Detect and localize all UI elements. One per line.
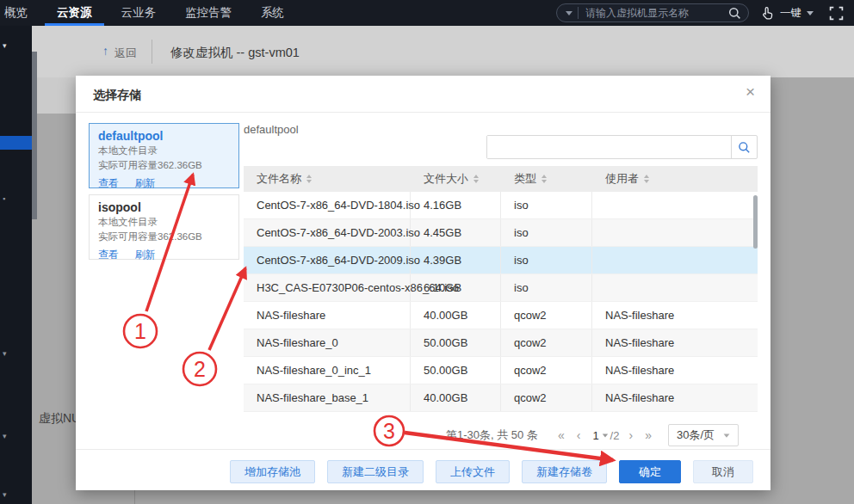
search-icon[interactable] [728, 7, 741, 20]
sidebar-glyph[interactable]: ▪ [3, 194, 5, 203]
new-subdirectory-button[interactable]: 新建二级目录 [327, 460, 424, 483]
sidebar-active-item[interactable] [0, 136, 32, 150]
cancel-button[interactable]: 取消 [693, 460, 753, 483]
vm-search-input[interactable] [585, 7, 728, 19]
table-header: 文件名称 文件大小 类型 使用者 [244, 166, 758, 192]
table-body: CentOS-7-x86_64-DVD-1804.iso 4.16GB iso … [244, 192, 758, 412]
pool-view-link[interactable]: 查看 [98, 177, 119, 189]
pagination-summary: 第1-30条, 共 50 条 [446, 427, 538, 443]
file-search-box [486, 135, 758, 159]
pool-name: isopool [98, 200, 230, 214]
pool-card-isopool[interactable]: isopool 本地文件目录 实际可用容量362.36GB 查看 刷新 [89, 194, 239, 260]
table-row[interactable]: H3C_CAS-E0730P06-centos-x86_64.iso 6.10G… [244, 274, 758, 302]
dialog-title: 选择存储 [93, 88, 141, 103]
first-page-button[interactable]: « [558, 428, 565, 442]
chevron-down-icon[interactable]: ▾ [3, 349, 7, 358]
chevron-down-icon[interactable] [566, 11, 572, 15]
back-button[interactable]: 返回 [114, 46, 137, 61]
column-header-filesize[interactable]: 文件大小 [411, 166, 501, 192]
pool-capacity: 实际可用容量362.36GB [98, 159, 230, 172]
next-page-button[interactable]: › [628, 428, 633, 442]
sort-icon[interactable] [541, 175, 547, 183]
confirm-button[interactable]: 确定 [619, 460, 681, 483]
chevron-down-icon[interactable]: ▾ [3, 41, 7, 50]
left-sidebar: ▾ ▪ ▾ ▾ ▾ [0, 26, 32, 504]
chevron-down-icon[interactable]: ▾ [3, 432, 7, 440]
pool-refresh-link[interactable]: 刷新 [134, 177, 155, 189]
file-search-input[interactable] [487, 136, 731, 158]
table-row[interactable]: CentOS-7-x86_64-DVD-2003.iso 4.45GB iso [244, 219, 758, 247]
background-form-label: 虚拟NU [39, 411, 77, 427]
background-panel [32, 77, 76, 114]
vm-search-box[interactable] [556, 3, 749, 22]
table-row[interactable]: NAS-fileshare_base_1 40.00GB qcow2 NAS-f… [244, 384, 758, 412]
prev-page-button[interactable]: ‹ [577, 428, 581, 442]
nav-item-overview[interactable]: 概览 [4, 0, 28, 26]
column-header-type[interactable]: 类型 [501, 166, 592, 192]
chevron-down-icon [602, 433, 607, 437]
current-pool-label: defaultpool [244, 123, 299, 136]
nav-item-monitor-alarm[interactable]: 监控告警 [185, 0, 232, 26]
table-row[interactable]: NAS-fileshare 40.00GB qcow2 NAS-fileshar… [244, 302, 758, 329]
table-row-selected[interactable]: CentOS-7-x86_64-DVD-2009.iso 4.39GB iso [244, 247, 758, 274]
one-key-label: 一键 [780, 6, 801, 21]
pool-capacity: 实际可用容量362.36GB [98, 230, 230, 243]
pool-view-link[interactable]: 查看 [98, 249, 119, 261]
chevron-down-icon[interactable]: ▾ [3, 490, 7, 499]
scrollbar-thumb[interactable] [32, 52, 37, 219]
column-header-user[interactable]: 使用者 [592, 166, 758, 192]
search-icon [738, 141, 751, 154]
pool-type: 本地文件目录 [98, 216, 230, 229]
sort-icon[interactable] [473, 175, 479, 183]
storage-pool-list: defaultpool 本地文件目录 实际可用容量362.36GB 查看 刷新 … [89, 123, 239, 266]
nav-item-system[interactable]: 系统 [261, 0, 284, 26]
one-key-menu[interactable]: 一键 [761, 6, 814, 21]
close-icon[interactable]: × [746, 83, 755, 101]
pool-card-defaultpool[interactable]: defaultpool 本地文件目录 实际可用容量362.36GB 查看 刷新 [89, 123, 239, 188]
back-arrow-icon: ↑ [102, 44, 108, 58]
divider [152, 40, 152, 64]
top-nav: 概览 云资源 云业务 监控告警 系统 一键 [0, 0, 854, 26]
sort-icon[interactable] [644, 175, 649, 183]
page-title: 修改虚拟机 -- gst-vm01 [170, 45, 300, 61]
pool-type: 本地文件目录 [98, 144, 230, 157]
last-page-button[interactable]: » [645, 428, 652, 442]
nav-right-tools: 一键 [556, 0, 854, 26]
new-storage-volume-button[interactable]: 新建存储卷 [522, 460, 607, 483]
page-toolbar: ↑ 返回 修改虚拟机 -- gst-vm01 [32, 26, 854, 77]
dialog-footer: 增加存储池 新建二级目录 上传文件 新建存储卷 确定 取消 [76, 460, 753, 483]
file-search-button[interactable] [731, 136, 757, 158]
scrollbar-thumb[interactable] [753, 195, 758, 249]
page-size-select[interactable]: 30条/页 [668, 424, 739, 446]
total-pages-label: /2 [610, 429, 620, 442]
column-header-filename[interactable]: 文件名称 [244, 166, 411, 192]
chevron-down-icon [807, 11, 814, 15]
current-page-select[interactable]: 1 [592, 429, 608, 442]
divider [76, 449, 770, 450]
select-storage-dialog: 选择存储 × defaultpool 本地文件目录 实际可用容量362.36GB… [76, 76, 770, 490]
add-storage-pool-button[interactable]: 增加存储池 [230, 460, 315, 483]
pool-refresh-link[interactable]: 刷新 [134, 249, 155, 261]
upload-file-button[interactable]: 上传文件 [436, 460, 510, 483]
nav-item-cloud-services[interactable]: 云业务 [121, 0, 157, 26]
hand-pointer-icon [761, 6, 776, 21]
file-table: 文件名称 文件大小 类型 使用者 CentOS-7-x86_ [244, 166, 758, 412]
table-row[interactable]: CentOS-7-x86_64-DVD-1804.iso 4.16GB iso [244, 192, 758, 219]
table-row[interactable]: NAS-fileshare_0_inc_1 50.00GB qcow2 NAS-… [244, 357, 758, 384]
sort-icon[interactable] [306, 175, 312, 183]
divider [134, 490, 135, 504]
divider [578, 7, 579, 19]
pagination: 第1-30条, 共 50 条 « ‹ 1 /2 › » 30条/页 [446, 424, 739, 446]
chevron-down-icon [724, 433, 730, 437]
pool-name: defaultpool [98, 129, 230, 143]
fullscreen-icon[interactable] [829, 6, 844, 21]
nav-item-cloud-resources[interactable]: 云资源 [57, 0, 92, 26]
divider [76, 112, 770, 113]
table-row[interactable]: NAS-fileshare_0 50.00GB qcow2 NAS-filesh… [244, 329, 758, 357]
screen: 概览 云资源 云业务 监控告警 系统 一键 [0, 0, 854, 504]
